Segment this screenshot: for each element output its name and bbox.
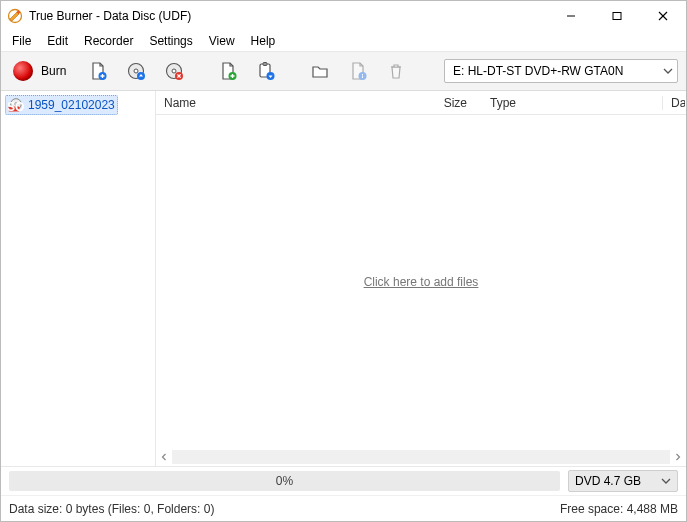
window-title: True Burner - Data Disc (UDF) (29, 9, 548, 23)
window-controls (548, 1, 686, 31)
svg-point-8 (134, 69, 138, 73)
new-folder-button[interactable] (306, 57, 334, 85)
file-info-button[interactable] (344, 57, 372, 85)
col-date[interactable]: Dat (662, 96, 686, 110)
file-list-body[interactable]: Click here to add files (156, 115, 686, 448)
delete-button[interactable] (382, 57, 410, 85)
drive-select[interactable]: E: HL-DT-ST DVD+-RW GTA0N (444, 59, 678, 83)
progress-row: 0% DVD 4.7 GB (1, 467, 686, 495)
menu-settings[interactable]: Settings (142, 32, 199, 50)
chevron-down-icon (663, 66, 673, 76)
status-free-space: Free space: 4,488 MB (560, 502, 678, 516)
status-data-size: Data size: 0 bytes (Files: 0, Folders: 0… (9, 502, 214, 516)
paste-button[interactable] (252, 57, 280, 85)
progress-percent: 0% (276, 474, 293, 488)
app-icon (7, 8, 23, 24)
chevron-down-icon (661, 476, 671, 486)
burn-label: Burn (41, 64, 66, 78)
menu-view[interactable]: View (202, 32, 242, 50)
file-list-panel: Name Size Type Dat Click here to add fil… (156, 91, 686, 466)
disc-type-label: DVD 4.7 GB (575, 474, 657, 488)
horizontal-scrollbar[interactable] (156, 448, 686, 466)
svg-point-11 (172, 69, 176, 73)
col-size[interactable]: Size (422, 96, 482, 110)
svg-rect-19 (362, 76, 363, 79)
svg-rect-3 (613, 13, 621, 20)
tree-item-label: 1959_02102023 (28, 98, 115, 112)
scroll-left-icon[interactable] (156, 453, 172, 461)
close-button[interactable] (640, 1, 686, 31)
menu-file[interactable]: File (5, 32, 38, 50)
progress-bar: 0% (9, 471, 560, 491)
iso-icon: ISO (8, 98, 24, 112)
menu-help[interactable]: Help (244, 32, 283, 50)
menu-recorder[interactable]: Recorder (77, 32, 140, 50)
main-area: ISO 1959_02102023 Name Size Type Dat Cli… (1, 91, 686, 467)
scroll-track[interactable] (172, 450, 670, 464)
svg-rect-15 (263, 63, 267, 66)
svg-text:ISO: ISO (8, 100, 24, 112)
disc-type-select[interactable]: DVD 4.7 GB (568, 470, 678, 492)
add-file-button[interactable] (84, 57, 112, 85)
drive-label: E: HL-DT-ST DVD+-RW GTA0N (453, 64, 663, 78)
maximize-button[interactable] (594, 1, 640, 31)
tree-item-root[interactable]: ISO 1959_02102023 (5, 95, 118, 115)
add-files-link[interactable]: Click here to add files (364, 275, 479, 289)
record-icon (13, 61, 33, 81)
scroll-right-icon[interactable] (670, 453, 686, 461)
toolbar: Burn E: HL-DT-ST DVD+-RW GTA0N (1, 51, 686, 91)
disc-tree: ISO 1959_02102023 (1, 91, 156, 466)
app-window: True Burner - Data Disc (UDF) File Edit … (0, 0, 687, 522)
status-bar: Data size: 0 bytes (Files: 0, Folders: 0… (1, 495, 686, 521)
menu-edit[interactable]: Edit (40, 32, 75, 50)
col-name[interactable]: Name (156, 96, 422, 110)
title-bar: True Burner - Data Disc (UDF) (1, 1, 686, 31)
minimize-button[interactable] (548, 1, 594, 31)
menu-bar: File Edit Recorder Settings View Help (1, 31, 686, 51)
new-file-button[interactable] (214, 57, 242, 85)
disc-erase-button[interactable] (160, 57, 188, 85)
disc-eject-button[interactable] (122, 57, 150, 85)
column-headers: Name Size Type Dat (156, 91, 686, 115)
col-type[interactable]: Type (482, 96, 662, 110)
svg-rect-18 (362, 74, 363, 75)
burn-button[interactable]: Burn (9, 57, 74, 85)
